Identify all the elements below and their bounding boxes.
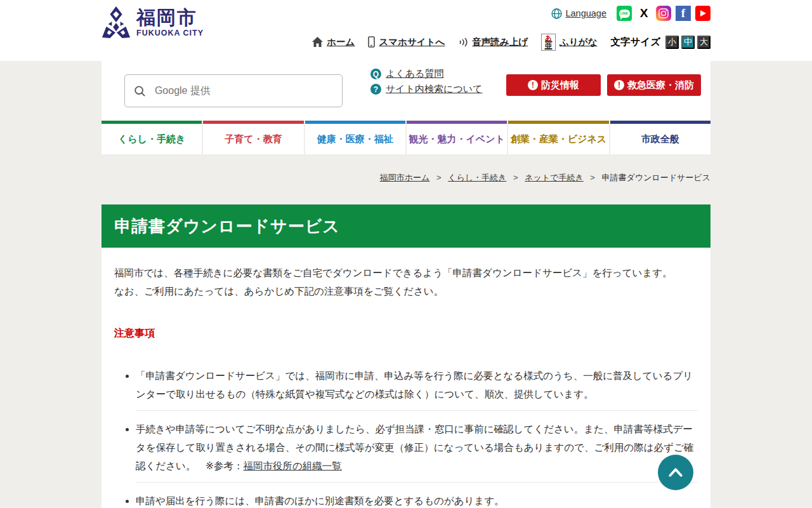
language-label: Language [565, 8, 606, 18]
page-title-banner: 申請書ダウンロードサービス [102, 204, 710, 248]
breadcrumb-kurashi-link[interactable]: くらし・手続き [448, 173, 506, 182]
header-top-row: Language LINE X f [551, 6, 710, 21]
question-badge-icon: ? [370, 84, 381, 95]
logo-subtitle: FUKUOKA CITY [136, 29, 204, 37]
furigana-icon-kanji: 亜 [545, 41, 553, 50]
scroll-to-top-button[interactable] [658, 455, 693, 490]
fukuoka-emblem-icon [102, 6, 131, 38]
breadcrumb-separator: > [513, 173, 518, 182]
organization-list-link[interactable]: 福岡市役所の組織一覧 [243, 460, 341, 471]
category-nav: くらし・手続き 子育て・教育 健康・医療・福祉 観光・魅力・イベント 創業・産業… [102, 121, 710, 154]
speech-label: 音声読み上げ [472, 36, 528, 48]
instagram-icon[interactable] [656, 6, 671, 21]
emergency-medical-label: 救急医療・消防 [627, 79, 694, 91]
nav-tab-sogyo[interactable]: 創業・産業・ビジネス [508, 121, 608, 154]
text-size-small-button[interactable]: 小 [665, 36, 679, 49]
facebook-icon[interactable]: f [676, 6, 691, 21]
note-item: 手続きや申請等についてご不明な点がありましたら、必ず担当課・窓口に事前に確認して… [136, 420, 698, 483]
language-link[interactable]: Language [551, 8, 606, 19]
site-search-box[interactable] [124, 74, 343, 107]
smartphone-icon [368, 36, 375, 48]
text-size-medium-button[interactable]: 中 [681, 36, 695, 49]
intro-paragraph-1: 福岡市では、各種手続きに必要な書類をご自宅でダウンロードできるよう「申請書ダウン… [114, 264, 698, 282]
chevron-up-icon [662, 458, 690, 486]
faq-link[interactable]: よくある質問 [386, 68, 443, 80]
search-about-link[interactable]: サイト内検索について [386, 83, 482, 95]
globe-icon [551, 8, 562, 19]
text-size-buttons: 小 中 大 [665, 36, 710, 49]
youtube-icon[interactable] [695, 6, 710, 21]
site-header: 福岡市 FUKUOKA CITY Language LINE [0, 0, 812, 61]
home-link[interactable]: ホーム [312, 36, 355, 48]
note-item: 「申請書ダウンロードサービス」では、福岡市に申請、申込み等を行う際に必要となる様… [136, 366, 698, 411]
x-twitter-icon[interactable]: X [636, 6, 652, 21]
notes-list: 「申請書ダウンロードサービス」では、福岡市に申請、申込み等を行う際に必要となる様… [114, 366, 698, 508]
text-size-control: 文字サイズ 小 中 大 [610, 36, 710, 49]
search-icon [134, 84, 146, 98]
search-input[interactable] [154, 84, 333, 97]
breadcrumb-separator: > [590, 173, 595, 182]
breadcrumb-current: 申請書ダウンロードサービス [602, 173, 710, 182]
instagram-glyph [658, 8, 669, 18]
notes-heading: 注意事項 [114, 327, 698, 340]
nav-tab-kenko[interactable]: 健康・医療・福祉 [305, 121, 405, 154]
header-utility-row: ホーム スマホサイトへ 音声読み上げ [312, 33, 710, 51]
note-item: 申請や届出を行う際には、申請書のほかに別途書類を必要とするものがあります。 [136, 491, 698, 508]
search-section: Q よくある質問 ? サイト内検索について ! 防災情報 ! 救急医療・消防 [102, 61, 710, 121]
main-content: 福岡市では、各種手続きに必要な書類をご自宅でダウンロードできるよう「申請書ダウン… [102, 248, 710, 508]
exclamation-icon: ! [614, 80, 624, 90]
page-root: 福岡市 FUKUOKA CITY Language LINE [0, 0, 812, 508]
faq-row: Q よくある質問 [370, 68, 482, 80]
breadcrumb: 福岡市ホーム > くらし・手続き > ネットで手続き > 申請書ダウンロードサー… [102, 172, 710, 184]
speech-readout-link[interactable]: 音声読み上げ [458, 36, 528, 48]
disaster-info-button[interactable]: ! 防災情報 [506, 74, 601, 96]
smartphone-label: スマホサイトへ [379, 36, 445, 48]
search-about-row: ? サイト内検索について [370, 83, 482, 95]
home-icon [312, 37, 323, 47]
note-text: 「申請書ダウンロードサービス」では、福岡市に申請、申込み等を行う際に必要となる様… [136, 370, 693, 399]
furigana-label: ふりがな [560, 36, 597, 48]
text-size-large-button[interactable]: 大 [697, 36, 710, 49]
emergency-medical-button[interactable]: ! 救急医療・消防 [607, 74, 701, 96]
intro-paragraph-2: なお、ご利用にあたっては、あらかじめ下記の注意事項をご覧ください。 [114, 282, 698, 300]
furigana-icon-kana: あ [545, 35, 551, 41]
home-label: ホーム [327, 36, 355, 48]
text-size-label: 文字サイズ [610, 36, 660, 49]
note-text: 申請や届出を行う際には、申請書のほかに別途書類を必要とするものがあります。 [136, 495, 504, 506]
social-icons: LINE X f [617, 6, 710, 21]
q-badge-icon: Q [370, 69, 381, 79]
line-icon[interactable]: LINE [617, 6, 632, 21]
disaster-info-label: 防災情報 [541, 79, 579, 91]
breadcrumb-home-link[interactable]: 福岡市ホーム [380, 173, 430, 182]
nav-tab-kosodate[interactable]: 子育て・教育 [203, 121, 303, 154]
logo-text: 福岡市 FUKUOKA CITY [136, 8, 204, 37]
breadcrumb-separator: > [436, 173, 442, 182]
site-logo[interactable]: 福岡市 FUKUOKA CITY [102, 6, 204, 38]
page-title: 申請書ダウンロードサービス [114, 215, 340, 237]
furigana-icon: あ 亜 [541, 34, 556, 51]
exclamation-icon: ! [528, 80, 538, 90]
nav-tab-kanko[interactable]: 観光・魅力・イベント [407, 121, 507, 154]
furigana-link[interactable]: あ 亜 ふりがな [541, 34, 597, 51]
sound-waves-icon [458, 37, 468, 48]
search-help-links: Q よくある質問 ? サイト内検索について [370, 68, 482, 95]
breadcrumb-net-link[interactable]: ネットで手続き [525, 173, 584, 182]
nav-tab-shisei[interactable]: 市政全般 [610, 121, 710, 154]
line-bubble: LINE [619, 10, 630, 18]
nav-tab-kurashi[interactable]: くらし・手続き [102, 121, 202, 154]
youtube-play-glyph [698, 10, 707, 17]
note-text: 手続きや申請等についてご不明な点がありましたら、必ず担当課・窓口に事前に確認して… [136, 424, 693, 471]
smartphone-site-link[interactable]: スマホサイトへ [368, 36, 445, 48]
logo-title: 福岡市 [136, 8, 204, 28]
